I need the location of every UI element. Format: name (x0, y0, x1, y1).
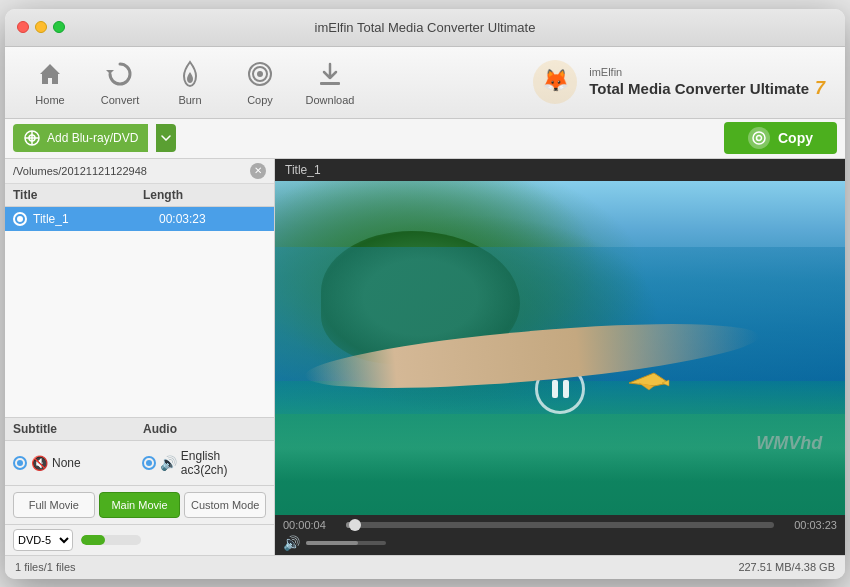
svg-point-3 (257, 71, 263, 77)
custom-mode-button[interactable]: Custom Mode (184, 492, 266, 518)
toolbar-burn[interactable]: Burn (155, 52, 225, 112)
video-title-bar: Title_1 (275, 159, 845, 181)
copy-action-icon (748, 127, 770, 149)
svg-rect-4 (320, 82, 340, 85)
copy-icon (244, 58, 276, 90)
add-bluray-label: Add Blu-ray/DVD (47, 131, 138, 145)
brand-area: 🦊 imElfin Total Media Converter Ultimate… (531, 58, 835, 106)
copy-label: Copy (247, 94, 273, 106)
burn-icon (174, 58, 206, 90)
dropdown-chevron-icon (161, 135, 171, 141)
action-bar: Add Blu-ray/DVD Copy (5, 119, 845, 159)
title-name: Title_1 (33, 212, 153, 226)
convert-icon (104, 58, 136, 90)
download-label: Download (306, 94, 355, 106)
home-label: Home (35, 94, 64, 106)
maximize-button[interactable] (53, 21, 65, 33)
title-bar: imElfin Total Media Converter Ultimate (5, 9, 845, 47)
status-size: 227.51 MB/4.38 GB (738, 561, 835, 573)
progress-thumb (349, 519, 361, 531)
subtitle-value: None (52, 456, 81, 470)
brand-version-text: 7 (815, 78, 825, 99)
home-icon (34, 58, 66, 90)
app-window: imElfin Total Media Converter Ultimate H… (5, 9, 845, 579)
svg-text:🦊: 🦊 (542, 67, 570, 94)
brand-name-text: imElfin (589, 66, 825, 78)
audio-radio (142, 456, 156, 470)
video-thumbnail: WMVhd (275, 181, 845, 515)
status-bar: 1 files/1 files 227.51 MB/4.38 GB (5, 555, 845, 579)
volume-track[interactable] (306, 541, 386, 545)
audio-value: English ac3(2ch) (181, 449, 266, 477)
toolbar: Home Convert Burn (5, 47, 845, 119)
minimize-button[interactable] (35, 21, 47, 33)
airplane-icon (624, 368, 674, 398)
title-length: 00:03:23 (159, 212, 206, 226)
title-radio (13, 212, 27, 226)
toolbar-copy[interactable]: Copy (225, 52, 295, 112)
subtitle-radio-inner (17, 460, 23, 466)
copy-disc-icon (752, 131, 766, 145)
subtitle-radio (13, 456, 27, 470)
audio-speaker-icon: 🔊 (160, 455, 177, 471)
close-button[interactable] (17, 21, 29, 33)
full-movie-button[interactable]: Full Movie (13, 492, 95, 518)
title-row[interactable]: Title_1 00:03:23 (5, 207, 274, 231)
progress-track[interactable] (346, 522, 774, 528)
time-total: 00:03:23 (782, 519, 837, 531)
sub-audio-content: 🔇 None 🔊 English ac3(2ch) (5, 441, 274, 485)
video-title-text: Title_1 (285, 163, 321, 177)
dvd-type-select[interactable]: DVD-5 (13, 529, 73, 551)
audio-radio-inner (146, 460, 152, 466)
pause-bar-left (552, 380, 558, 398)
col-title-header: Title (13, 188, 143, 202)
main-movie-button[interactable]: Main Movie (99, 492, 181, 518)
airplane-overlay (624, 368, 674, 398)
brand-text: imElfin Total Media Converter Ultimate 7 (589, 66, 825, 99)
toolbar-download[interactable]: Download (295, 52, 365, 112)
copy-action-label: Copy (778, 130, 813, 146)
svg-point-11 (753, 132, 765, 144)
svg-marker-0 (106, 70, 114, 74)
subtitle-mute-icon: 🔇 (31, 455, 48, 471)
dvd-progress-fill (81, 535, 105, 545)
convert-label: Convert (101, 94, 140, 106)
toolbar-convert[interactable]: Convert (85, 52, 155, 112)
col-subtitle-header: Subtitle (13, 422, 143, 436)
sub-audio-panel: Subtitle Audio 🔇 None (5, 417, 274, 485)
volume-icon: 🔊 (283, 535, 300, 551)
title-radio-inner (17, 216, 23, 222)
pause-icon (552, 380, 569, 398)
copy-action-button[interactable]: Copy (724, 122, 837, 154)
audio-option[interactable]: 🔊 English ac3(2ch) (142, 449, 266, 477)
dvd-progress (81, 535, 141, 545)
toolbar-home[interactable]: Home (15, 52, 85, 112)
file-path-bar: /Volumes/20121121122948 ✕ (5, 159, 274, 184)
time-current: 00:00:04 (283, 519, 338, 531)
add-bluray-button[interactable]: Add Blu-ray/DVD (13, 124, 148, 152)
pause-button[interactable] (535, 364, 585, 414)
dvd-bar: DVD-5 (5, 524, 274, 555)
video-controls: 00:00:04 00:03:23 🔊 (275, 515, 845, 555)
svg-point-12 (757, 136, 762, 141)
status-files: 1 files/1 files (15, 561, 76, 573)
mode-bar: Full Movie Main Movie Custom Mode (5, 485, 274, 524)
add-bluray-icon (23, 129, 41, 147)
download-icon (314, 58, 346, 90)
add-bluray-dropdown[interactable] (156, 124, 176, 152)
subtitle-option[interactable]: 🔇 None (13, 449, 138, 477)
window-title: imElfin Total Media Converter Ultimate (315, 20, 536, 35)
video-area: WMVhd (275, 181, 845, 515)
brand-logo: 🦊 (531, 58, 579, 106)
volume-fill (306, 541, 358, 545)
table-header: Title Length (5, 184, 274, 207)
sub-audio-header: Subtitle Audio (5, 418, 274, 441)
file-path-close-button[interactable]: ✕ (250, 163, 266, 179)
controls-row: 🔊 (283, 535, 837, 551)
file-path-text: /Volumes/20121121122948 (13, 165, 244, 177)
video-panel: Title_1 (275, 159, 845, 555)
title-list: Title_1 00:03:23 (5, 207, 274, 417)
col-audio-header: Audio (143, 422, 177, 436)
burn-label: Burn (178, 94, 201, 106)
pause-bar-right (563, 380, 569, 398)
